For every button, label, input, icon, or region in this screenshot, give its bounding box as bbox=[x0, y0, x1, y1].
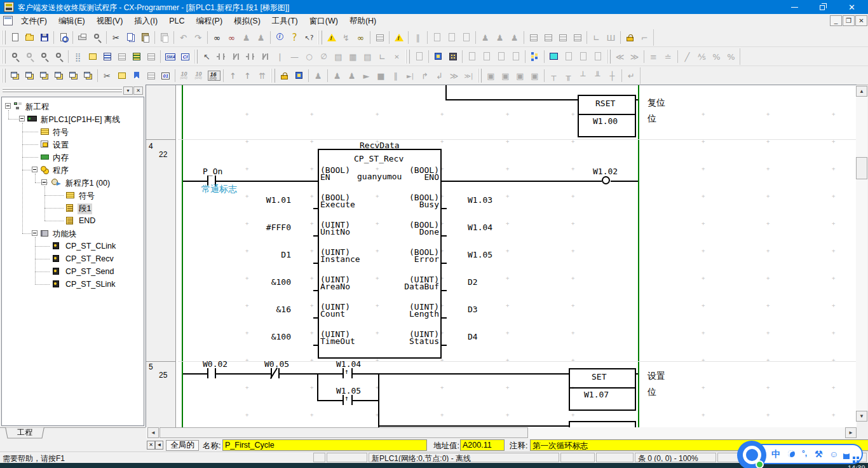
watch-3[interactable] bbox=[576, 50, 590, 63]
menu-9[interactable]: 窗口(W) bbox=[304, 14, 344, 29]
tree-item-CP_ST_Send[interactable]: CP_ST_Send bbox=[2, 265, 142, 278]
tree-expand-box[interactable] bbox=[19, 116, 25, 121]
toolbar-handle[interactable] bbox=[477, 69, 482, 83]
toolbar-handle[interactable] bbox=[1, 50, 6, 64]
ime-punct-icon[interactable]: °, bbox=[802, 449, 807, 458]
sim-doc[interactable]: ♟ bbox=[311, 69, 325, 82]
diff-monitor-1[interactable]: ┬ bbox=[546, 69, 561, 82]
ime-skin-icon[interactable] bbox=[843, 451, 850, 461]
ime-logo-icon[interactable] bbox=[737, 441, 766, 468]
find-next[interactable]: ♟ bbox=[239, 31, 254, 44]
print-preview[interactable] bbox=[90, 31, 104, 44]
mdi-close-button[interactable]: ✕ bbox=[855, 15, 867, 26]
check-selection[interactable] bbox=[372, 31, 387, 44]
diff-monitor-5[interactable]: ┼ bbox=[605, 69, 620, 82]
sim-play[interactable]: ► bbox=[359, 69, 374, 82]
new-block[interactable]: ▤ bbox=[360, 50, 375, 63]
vertical-line[interactable]: | bbox=[273, 50, 287, 63]
horizontal-line[interactable]: — bbox=[287, 50, 302, 63]
tree-expand-box[interactable] bbox=[32, 167, 37, 172]
compile-program[interactable] bbox=[431, 50, 445, 63]
open-file[interactable] bbox=[22, 31, 37, 44]
hscroll-left[interactable]: ◄ bbox=[147, 427, 159, 438]
go-rung-up[interactable]: ↑ bbox=[226, 69, 240, 82]
sim-pause[interactable]: ∥ bbox=[388, 69, 403, 82]
name-field[interactable]: P_First_Cycle bbox=[222, 439, 427, 451]
minimize-button[interactable] bbox=[780, 0, 809, 14]
address-field[interactable]: A200.11 bbox=[460, 439, 505, 451]
save-file[interactable] bbox=[37, 31, 51, 44]
help[interactable]: ? bbox=[287, 31, 302, 44]
ime-toolbar[interactable]: 中 °, ⚒ ☺ bbox=[743, 444, 863, 464]
sim-scan-2[interactable]: ♟ bbox=[344, 69, 359, 82]
show-sma[interactable] bbox=[163, 50, 177, 63]
vscroll-up[interactable]: ▲ bbox=[856, 86, 867, 97]
copy[interactable] bbox=[123, 31, 138, 44]
addrbar-close-button[interactable]: ✕ bbox=[147, 441, 155, 450]
cut[interactable]: ✂ bbox=[109, 31, 123, 44]
tree-expand-box[interactable] bbox=[5, 103, 11, 109]
online-edit-compile[interactable]: ↯ bbox=[339, 31, 353, 44]
binary-view[interactable] bbox=[158, 69, 173, 82]
sim-step[interactable]: ►| bbox=[403, 69, 417, 82]
tree-item-CP_ST_SLink[interactable]: CP_ST_SLink bbox=[2, 278, 142, 291]
undo[interactable]: ↶ bbox=[176, 31, 191, 44]
go-rung-down[interactable]: ↑ bbox=[240, 69, 255, 82]
tree-item-新工程[interactable]: 新工程 bbox=[2, 100, 142, 113]
menu-8[interactable]: 工具(T) bbox=[266, 14, 304, 29]
toolbar-handle[interactable] bbox=[318, 31, 322, 45]
ime-grid-icon[interactable] bbox=[853, 451, 855, 461]
edit-4[interactable] bbox=[508, 50, 523, 63]
list-2[interactable]: ≐ bbox=[661, 50, 675, 63]
page-setup[interactable] bbox=[56, 31, 71, 44]
scope-tab[interactable]: 全局的 bbox=[166, 440, 199, 451]
mdi-document-icon[interactable] bbox=[3, 16, 13, 25]
diff-monitor-2[interactable]: ╥ bbox=[561, 69, 576, 82]
window-tool[interactable] bbox=[22, 69, 37, 82]
percent-1[interactable]: ⅍ bbox=[695, 50, 709, 63]
new-contact-nc[interactable] bbox=[229, 50, 243, 63]
toolbar-handle[interactable] bbox=[271, 69, 275, 83]
toolbar-handle[interactable] bbox=[1, 69, 6, 83]
tab-project[interactable]: 工程 bbox=[5, 427, 44, 438]
list-box[interactable] bbox=[144, 69, 158, 82]
menu-1[interactable]: 文件(F) bbox=[15, 14, 53, 29]
diff-monitor-4[interactable]: ╨ bbox=[590, 69, 605, 82]
go-multi[interactable]: ⇈ bbox=[255, 69, 269, 82]
find[interactable]: ∞ bbox=[210, 31, 224, 44]
new-or-contact[interactable] bbox=[243, 50, 258, 63]
delete-line[interactable]: ∟ bbox=[375, 50, 390, 63]
time-chart[interactable]: Ш bbox=[604, 31, 618, 44]
hscroll-thumb[interactable] bbox=[159, 427, 528, 438]
paste[interactable] bbox=[138, 31, 153, 44]
addrbar-prev-button[interactable]: ◄ bbox=[155, 441, 163, 450]
symbol-table[interactable] bbox=[100, 50, 114, 63]
sim-run-end[interactable]: ≫| bbox=[461, 69, 476, 82]
breakpoint-3[interactable]: ▣ bbox=[513, 69, 527, 82]
compile-all[interactable] bbox=[445, 50, 460, 63]
io-comment[interactable] bbox=[144, 50, 158, 63]
mdi-restore-button[interactable]: ❐ bbox=[843, 15, 855, 26]
step-mode[interactable]: ∟ bbox=[589, 31, 604, 44]
edit-1[interactable] bbox=[465, 50, 479, 63]
view-signed-decimal[interactable] bbox=[192, 69, 207, 82]
percent-2[interactable]: % bbox=[709, 50, 724, 63]
close-button[interactable]: ✕ bbox=[837, 0, 866, 14]
program-doc[interactable] bbox=[412, 50, 426, 63]
menu-2[interactable]: 编辑(E) bbox=[53, 14, 91, 29]
new-or-contact-nc[interactable] bbox=[258, 50, 273, 63]
find-prev[interactable]: ♟ bbox=[254, 31, 268, 44]
sim-scan-1[interactable]: ♟ bbox=[330, 69, 344, 82]
tree-item-CP_ST_Recv[interactable]: CP_ST_Recv bbox=[2, 252, 142, 265]
protect-release[interactable]: ⌐ bbox=[637, 31, 652, 44]
zoom-out[interactable] bbox=[22, 50, 37, 63]
ime-wrench-icon[interactable]: ⚒ bbox=[815, 449, 823, 459]
tree-item-新程序1 (00)[interactable]: 新程序1 (00) bbox=[2, 176, 142, 189]
work-online[interactable] bbox=[292, 69, 306, 82]
edit-2[interactable] bbox=[479, 50, 494, 63]
new-instruction[interactable]: ▤ bbox=[331, 50, 346, 63]
cross-reference[interactable] bbox=[114, 50, 129, 63]
watch-4[interactable] bbox=[590, 50, 605, 63]
ime-cn-icon[interactable]: 中 bbox=[771, 449, 780, 460]
workspace-pin-button[interactable]: ▾ bbox=[123, 86, 133, 95]
